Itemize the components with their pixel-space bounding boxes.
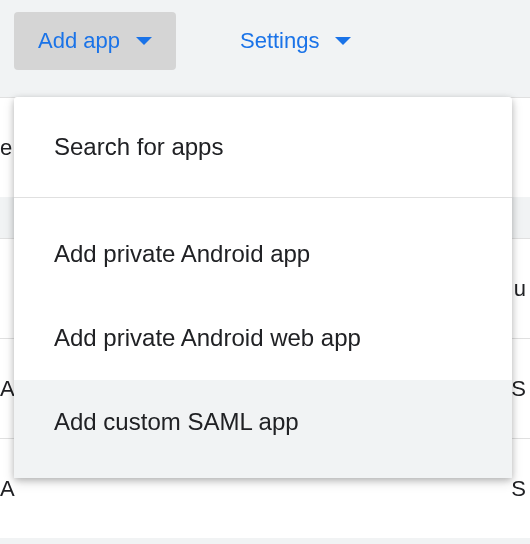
row-text-fragment: S <box>511 476 526 502</box>
row-text-fragment: u <box>514 276 526 302</box>
menu-item-add-private-android[interactable]: Add private Android app <box>14 198 512 296</box>
settings-button[interactable]: Settings <box>216 12 376 70</box>
row-text-fragment: A <box>0 376 15 402</box>
add-app-button[interactable]: Add app <box>14 12 176 70</box>
menu-item-add-private-android-web[interactable]: Add private Android web app <box>14 296 512 380</box>
menu-item-label: Add private Android app <box>54 240 310 267</box>
row-text-fragment: A <box>0 476 15 502</box>
add-app-dropdown-menu: Search for apps Add private Android app … <box>14 97 512 478</box>
menu-item-label: Search for apps <box>54 133 223 160</box>
menu-item-label: Add private Android web app <box>54 324 361 351</box>
toolbar: Add app Settings <box>0 0 530 82</box>
menu-item-add-custom-saml[interactable]: Add custom SAML app <box>14 380 512 478</box>
menu-item-search-apps[interactable]: Search for apps <box>14 97 512 197</box>
menu-item-label: Add custom SAML app <box>54 408 299 435</box>
row-text-fragment: S <box>511 376 526 402</box>
chevron-down-icon <box>136 37 152 45</box>
add-app-label: Add app <box>38 28 120 54</box>
row-text-fragment: e <box>0 135 12 161</box>
chevron-down-icon <box>335 37 351 45</box>
settings-label: Settings <box>240 28 320 54</box>
